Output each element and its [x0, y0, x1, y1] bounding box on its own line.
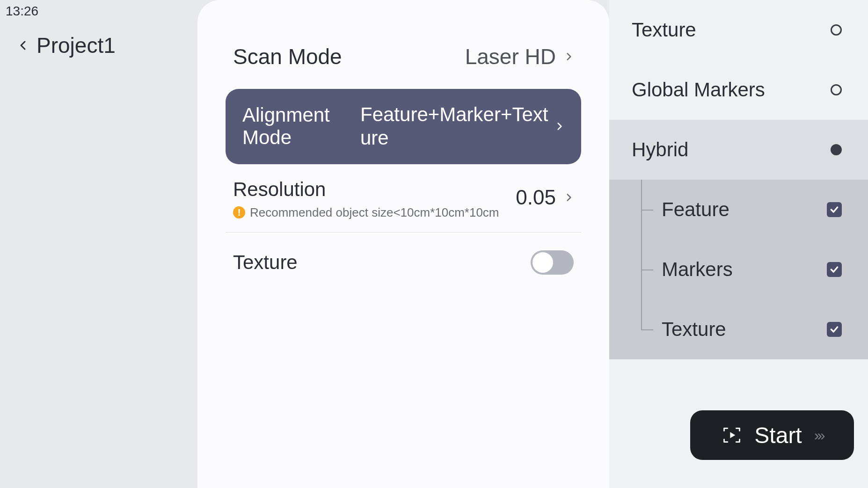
- hybrid-sub-feature[interactable]: Feature: [642, 180, 868, 240]
- hybrid-sub-markers[interactable]: Markers: [642, 240, 868, 299]
- alignment-mode-value: Feature+Marker+Texture: [355, 103, 555, 150]
- alignment-option-hybrid[interactable]: Hybrid: [609, 120, 868, 180]
- alignment-options-panel: Texture Global Markers Hybrid Feature Ma…: [609, 0, 868, 488]
- tree-branch-icon: [641, 210, 653, 211]
- resolution-label: Resolution: [233, 178, 499, 201]
- scan-mode-value-wrap[interactable]: Laser HD: [465, 44, 574, 69]
- radio-checked-icon: [831, 144, 842, 155]
- chevron-left-icon: [18, 40, 29, 51]
- checkbox-checked-icon[interactable]: [827, 202, 842, 217]
- chevron-right-icon: [555, 120, 564, 133]
- start-label: Start: [754, 422, 802, 448]
- alignment-mode-label: Alignment Mode: [242, 104, 355, 149]
- alignment-option-global-markers[interactable]: Global Markers: [609, 60, 868, 120]
- tree-branch-icon: [641, 269, 653, 270]
- sidebar-left: Project1: [0, 0, 197, 488]
- option-label: Global Markers: [632, 79, 765, 101]
- texture-toggle-switch[interactable]: [531, 250, 574, 275]
- svg-marker-0: [730, 432, 736, 438]
- main-settings-card: Scan Mode Laser HD Alignment Mode Featur…: [197, 0, 609, 488]
- scan-mode-value: Laser HD: [465, 44, 556, 69]
- tree-line: [641, 299, 642, 329]
- switch-knob: [532, 252, 553, 273]
- scan-mode-row[interactable]: Scan Mode Laser HD: [226, 33, 581, 80]
- sub-option-label: Texture: [642, 318, 726, 341]
- texture-toggle-label: Texture: [233, 251, 298, 274]
- radio-unchecked-icon: [831, 84, 842, 95]
- project-title: Project1: [36, 33, 116, 58]
- checkbox-checked-icon[interactable]: [827, 262, 842, 277]
- chevron-right-icon: [564, 50, 574, 63]
- sub-option-label: Markers: [642, 258, 733, 281]
- back-button[interactable]: Project1: [0, 33, 197, 58]
- chevron-right-icon: [564, 191, 574, 204]
- resolution-row[interactable]: Resolution ! Recommended object size<10c…: [226, 164, 581, 233]
- radio-unchecked-icon: [831, 24, 842, 36]
- alignment-option-texture[interactable]: Texture: [609, 0, 868, 60]
- hybrid-sub-texture[interactable]: Texture: [642, 299, 868, 359]
- option-label: Hybrid: [632, 138, 688, 161]
- checkbox-checked-icon[interactable]: [827, 322, 842, 337]
- alignment-mode-row[interactable]: Alignment Mode Feature+Marker+Texture: [226, 89, 581, 164]
- hybrid-sub-options: Feature Markers Texture: [609, 180, 868, 359]
- resolution-hint: Recommended object size<10cm*10cm*10cm: [250, 205, 499, 220]
- resolution-value: 0.05: [516, 186, 556, 209]
- chevrons-right-icon: ›››: [814, 427, 823, 444]
- scan-mode-label: Scan Mode: [233, 44, 342, 69]
- warning-icon: !: [233, 206, 245, 219]
- sub-option-label: Feature: [642, 198, 729, 221]
- start-button[interactable]: Start ›››: [690, 410, 854, 460]
- option-label: Texture: [632, 19, 696, 41]
- texture-toggle-row: Texture: [226, 233, 581, 292]
- scan-start-icon: [722, 425, 742, 445]
- tree-branch-icon: [641, 329, 653, 330]
